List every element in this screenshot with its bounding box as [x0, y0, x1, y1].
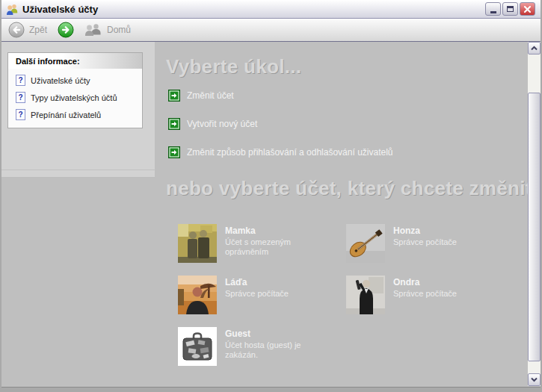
- account-info: Guest Účet hosta (guest) je zakázán.: [225, 327, 319, 379]
- back-arrow-icon: [8, 22, 25, 38]
- back-button[interactable]: Zpět: [8, 22, 47, 38]
- account-info: Mamka Účet s omezeným oprávněním: [225, 224, 319, 276]
- account-picture-safari-portrait: [178, 276, 217, 314]
- forward-arrow-icon: [58, 22, 74, 38]
- sidebar-divider: [1, 169, 155, 178]
- chevron-up-icon: [530, 45, 538, 52]
- svg-text:?: ?: [18, 93, 22, 102]
- accounts-heading: nebo vyberte účet, který chcete změnit: [166, 177, 532, 200]
- help-document-icon: ?: [16, 109, 25, 120]
- account-picture-man-in-suit: [346, 276, 385, 314]
- green-arrow-icon: [168, 90, 180, 102]
- account-picture-suitcase: [178, 327, 217, 366]
- sidebar-item-user-accounts[interactable]: ? Uživatelské účty: [16, 75, 142, 86]
- home-button[interactable]: Domů: [84, 23, 131, 37]
- account-tile-lada[interactable]: Láďa Správce počítače: [178, 276, 346, 327]
- task-label: Změnit účet: [187, 90, 234, 101]
- user-accounts-window: Uživatelské účty Zpět: [0, 0, 542, 392]
- sidebar-item-label: Přepínání uživatelů: [31, 111, 101, 119]
- tasks-heading: Vyberte úkol...: [166, 55, 301, 78]
- task-change-logon-logoff[interactable]: Změnit způsob přihlašování a odhlašování…: [168, 146, 393, 158]
- account-type: Účet s omezeným oprávněním: [225, 237, 319, 257]
- related-tasks-box: Další informace: ? Uživatelské účty ? Ty…: [7, 52, 143, 128]
- account-name: Mamka: [225, 225, 319, 236]
- vertical-scrollbar[interactable]: [528, 42, 541, 386]
- sidebar-item-account-types[interactable]: ? Typy uživatelských účtů: [16, 92, 142, 103]
- account-tile-guest[interactable]: Guest Účet hosta (guest) je zakázán.: [178, 327, 346, 379]
- task-label: Změnit způsob přihlašování a odhlašování…: [187, 147, 393, 158]
- home-label: Domů: [107, 25, 131, 35]
- navigation-toolbar: Zpět Domů: [1, 19, 541, 42]
- svg-text:?: ?: [18, 111, 22, 119]
- users-window-icon: [6, 3, 19, 16]
- content-area: Další informace: ? Uživatelské účty ? Ty…: [1, 42, 541, 386]
- sidebar-item-label: Uživatelské účty: [31, 76, 90, 85]
- green-arrow-icon: [168, 146, 180, 158]
- account-picture-family-photo: [178, 224, 217, 263]
- help-document-icon: ?: [16, 75, 25, 86]
- sidebar-item-label: Typy uživatelských účtů: [31, 93, 117, 102]
- account-name: Ondra: [393, 277, 487, 287]
- minimize-icon: [490, 11, 496, 13]
- task-change-account[interactable]: Změnit účet: [168, 90, 393, 102]
- minimize-button[interactable]: [485, 2, 501, 16]
- maximize-icon: [507, 6, 514, 12]
- account-tile-mamka[interactable]: Mamka Účet s omezeným oprávněním: [178, 224, 346, 276]
- forward-button[interactable]: [58, 22, 74, 38]
- chevron-down-icon: [530, 376, 538, 383]
- titlebar: Uživatelské účty: [1, 0, 541, 19]
- account-list: Mamka Účet s omezeným oprávněním: [178, 224, 514, 379]
- home-users-icon: [84, 23, 102, 37]
- maximize-button[interactable]: [502, 2, 518, 16]
- account-name: Láďa: [225, 277, 319, 287]
- window-title: Uživatelské účty: [22, 4, 485, 15]
- related-tasks-header: Další informace:: [8, 53, 142, 69]
- task-create-account[interactable]: Vytvořit nový účet: [168, 118, 393, 130]
- account-tile-honza[interactable]: Honza Správce počítače: [346, 224, 514, 276]
- account-type: Správce počítače: [225, 289, 319, 299]
- account-type: Účet hosta (guest) je zakázán.: [225, 340, 319, 360]
- scroll-down-button[interactable]: [528, 373, 541, 386]
- help-document-icon: ?: [16, 92, 25, 103]
- task-list: Změnit účet Vytvořit nový účet Z: [168, 90, 393, 175]
- scroll-thumb[interactable]: [528, 93, 541, 361]
- close-icon: [523, 5, 532, 13]
- scroll-up-button[interactable]: [528, 42, 541, 55]
- account-name: Guest: [225, 329, 319, 339]
- back-label: Zpět: [29, 25, 47, 35]
- account-name: Honza: [393, 225, 487, 236]
- account-type: Správce počítače: [393, 289, 487, 299]
- account-info: Honza Správce počítače: [393, 224, 487, 276]
- account-info: Láďa Správce počítače: [225, 276, 319, 327]
- account-picture-bass-guitar: [346, 224, 385, 263]
- account-tile-ondra[interactable]: Ondra Správce počítače: [346, 276, 514, 327]
- green-arrow-icon: [168, 118, 180, 130]
- svg-text:?: ?: [18, 76, 22, 84]
- account-info: Ondra Správce počítače: [393, 276, 487, 327]
- account-type: Správce počítače: [393, 237, 487, 247]
- window-controls: [485, 2, 535, 16]
- sidebar-item-user-switching[interactable]: ? Přepínání uživatelů: [16, 109, 142, 120]
- close-button[interactable]: [520, 2, 535, 16]
- task-label: Vytvořit nový účet: [187, 119, 257, 129]
